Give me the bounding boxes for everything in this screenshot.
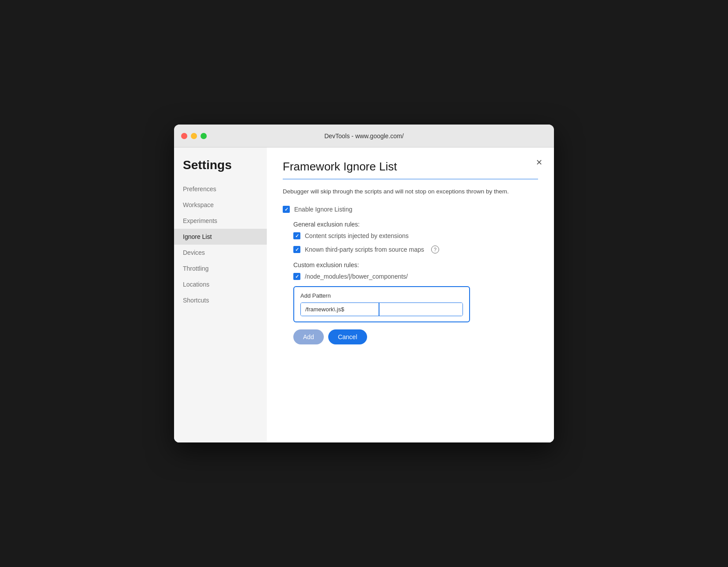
content-scripts-label: Content scripts injected by extensions [305, 232, 409, 239]
sidebar-item-experiments[interactable]: Experiments [174, 213, 267, 229]
general-exclusion-section: General exclusion rules: Content scripts… [283, 221, 538, 253]
main-panel: ✕ Framework Ignore List Debugger will sk… [267, 147, 554, 442]
titlebar: DevTools - www.google.com/ [174, 125, 554, 147]
custom-rule-checkbox[interactable] [293, 273, 300, 280]
third-party-scripts-row: Known third-party scripts from source ma… [293, 246, 538, 253]
sidebar-item-preferences[interactable]: Preferences [174, 181, 267, 197]
custom-rule-row: /node_modules/|/bower_components/ [293, 273, 538, 280]
button-row: Add Cancel [283, 329, 538, 344]
pattern-input-container [300, 302, 463, 316]
custom-rule-label: /node_modules/|/bower_components/ [305, 273, 408, 280]
close-button[interactable]: ✕ [533, 156, 545, 169]
add-pattern-input[interactable] [301, 303, 379, 316]
cancel-button[interactable]: Cancel [328, 329, 367, 344]
sidebar-item-throttling[interactable]: Throttling [174, 261, 267, 276]
devtools-window: DevTools - www.google.com/ Settings Pref… [174, 125, 554, 442]
minimize-traffic-light[interactable] [191, 133, 197, 139]
panel-title: Framework Ignore List [283, 160, 538, 174]
content-scripts-checkbox[interactable] [293, 232, 300, 239]
close-traffic-light[interactable] [181, 133, 187, 139]
sidebar-item-locations[interactable]: Locations [174, 276, 267, 292]
add-button[interactable]: Add [293, 329, 324, 344]
sidebar-item-ignore-list[interactable]: Ignore List [174, 229, 267, 245]
sidebar: Settings Preferences Workspace Experimen… [174, 147, 267, 442]
content-scripts-row: Content scripts injected by extensions [293, 232, 538, 239]
help-icon[interactable]: ? [431, 246, 439, 253]
third-party-checkbox[interactable] [293, 246, 300, 253]
maximize-traffic-light[interactable] [201, 133, 207, 139]
enable-ignore-listing-checkbox[interactable] [283, 206, 290, 213]
custom-exclusion-heading: Custom exclusion rules: [293, 261, 538, 268]
sidebar-item-workspace[interactable]: Workspace [174, 197, 267, 213]
enable-ignore-listing-label: Enable Ignore Listing [294, 206, 353, 213]
general-exclusion-heading: General exclusion rules: [293, 221, 538, 228]
add-pattern-label: Add Pattern [300, 292, 463, 299]
content-area: Settings Preferences Workspace Experimen… [174, 147, 554, 442]
sidebar-heading: Settings [174, 158, 267, 181]
add-pattern-section: Add Pattern [283, 286, 538, 322]
enable-ignore-listing-row: Enable Ignore Listing [283, 206, 538, 213]
add-pattern-input-ext[interactable] [379, 303, 463, 316]
third-party-label: Known third-party scripts from source ma… [305, 246, 424, 253]
panel-description: Debugger will skip through the scripts a… [283, 187, 538, 196]
add-pattern-box: Add Pattern [293, 286, 470, 322]
titlebar-title: DevTools - www.google.com/ [324, 132, 404, 140]
sidebar-item-shortcuts[interactable]: Shortcuts [174, 292, 267, 308]
panel-divider [283, 179, 538, 179]
custom-exclusion-section: Custom exclusion rules: /node_modules/|/… [283, 261, 538, 280]
traffic-lights [181, 133, 207, 139]
sidebar-item-devices[interactable]: Devices [174, 245, 267, 261]
